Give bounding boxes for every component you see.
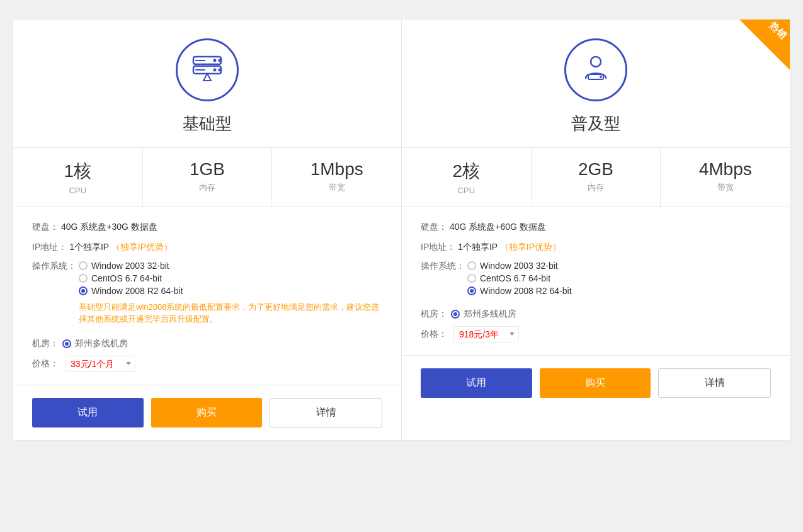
- os-warning-basic: 基础型只能满足win2008系统的最低配置要求，为了更好地满足您的需求，建议您选…: [79, 301, 382, 325]
- spec-cpu-value-popular: 2核: [408, 159, 525, 183]
- spec-cpu-value-basic: 1核: [20, 159, 136, 183]
- ip-row-popular: IP地址： 1个独享IP （独享IP优势）: [421, 240, 771, 254]
- card-header-basic: 基础型: [13, 20, 401, 147]
- specs-row-popular: 2核 CPU 2GB 内存 4Mbps 带宽: [402, 147, 790, 207]
- os-option-label-1-basic: CentOS 6.7 64-bit: [91, 273, 162, 283]
- price-label-basic: 价格：: [32, 358, 59, 370]
- card-header-popular: 普及型: [402, 20, 790, 147]
- ip-label-basic: IP地址：: [32, 242, 67, 252]
- disk-label-basic: 硬盘：: [32, 222, 59, 232]
- radio-1-popular: [467, 274, 476, 283]
- price-label-popular: 价格：: [421, 329, 447, 340]
- svg-point-8: [591, 57, 601, 67]
- radio-1-basic: [79, 274, 88, 283]
- disk-label-popular: 硬盘：: [421, 222, 447, 232]
- price-row-basic: 价格： 33元/1个月 99元/3个月 198元/6个月 396元/1年: [32, 356, 382, 372]
- os-label-basic: 操作系统：: [32, 261, 76, 272]
- dc-value-popular: 郑州多线机房: [464, 308, 516, 320]
- spec-ram-label-popular: 内存: [538, 182, 654, 193]
- os-label-popular: 操作系统：: [421, 261, 465, 272]
- spec-cpu-basic: 1核 CPU: [13, 148, 143, 207]
- os-option-label-2-basic: Window 2008 R2 64-bit: [91, 286, 183, 296]
- spec-bw-value-popular: 4Mbps: [667, 159, 783, 179]
- disk-row-popular: 硬盘： 40G 系统盘+60G 数据盘: [421, 220, 771, 234]
- card-body-basic: 硬盘： 40G 系统盘+30G 数据盘 IP地址： 1个独享IP （独享IP优势…: [13, 220, 401, 385]
- spec-bw-popular: 4Mbps 带宽: [661, 148, 790, 207]
- disk-value-popular: 40G 系统盘+60G 数据盘: [450, 222, 546, 232]
- spec-cpu-label-basic: CPU: [20, 186, 136, 195]
- os-option-label-0-popular: Window 2003 32-bit: [480, 261, 558, 271]
- ip-value-popular: 1个独享IP: [458, 242, 498, 252]
- dc-label-popular: 机房：: [421, 308, 447, 320]
- disk-row-basic: 硬盘： 40G 系统盘+30G 数据盘: [32, 220, 382, 234]
- spec-ram-popular: 2GB 内存: [532, 148, 661, 207]
- os-option-1-popular[interactable]: CentOS 6.7 64-bit: [467, 273, 572, 283]
- ip-link-basic[interactable]: （独享IP优势）: [111, 242, 173, 252]
- radio-2-basic: [79, 286, 88, 295]
- ip-value-basic: 1个独享IP: [69, 242, 109, 252]
- svg-point-5: [214, 68, 217, 71]
- buy-button-basic[interactable]: 购买: [151, 398, 263, 427]
- disk-value-basic: 40G 系统盘+30G 数据盘: [61, 222, 157, 232]
- svg-point-2: [219, 59, 222, 62]
- ip-label-popular: IP地址：: [421, 242, 455, 252]
- cards-container: 基础型 1核 CPU 1GB 内存 1Mbps 带宽 硬盘： 40G 系统盘+3…: [13, 19, 790, 441]
- dc-value-basic: 郑州多线机房: [75, 338, 128, 349]
- card-title-basic: 基础型: [183, 113, 232, 135]
- price-select-popular[interactable]: 918元/3年 33元/1个月 99元/3个月: [453, 326, 519, 342]
- os-option-0-basic[interactable]: Window 2003 32-bit: [79, 261, 382, 271]
- radio-0-basic: [79, 261, 88, 270]
- price-row-popular: 价格： 918元/3年 33元/1个月 99元/3个月: [421, 326, 771, 342]
- radio-2-popular: [467, 286, 476, 295]
- detail-button-basic[interactable]: 详情: [270, 398, 382, 427]
- dc-label-basic: 机房：: [32, 338, 59, 349]
- os-row-basic: 操作系统： Window 2003 32-bit CentOS 6.7 64-b…: [32, 261, 382, 325]
- trial-button-basic[interactable]: 试用: [32, 398, 144, 427]
- icon-basic: [176, 38, 239, 101]
- ip-row-basic: IP地址： 1个独享IP （独享IP优势）: [32, 240, 382, 254]
- os-option-0-popular[interactable]: Window 2003 32-bit: [467, 261, 572, 271]
- icon-popular: [564, 38, 627, 101]
- os-option-2-basic[interactable]: Window 2008 R2 64-bit: [79, 286, 382, 296]
- os-option-1-basic[interactable]: CentOS 6.7 64-bit: [79, 273, 382, 283]
- radio-0-popular: [467, 261, 476, 270]
- spec-bw-label-basic: 带宽: [278, 182, 395, 193]
- dc-radio-basic: [62, 339, 71, 348]
- os-options-popular: Window 2003 32-bit CentOS 6.7 64-bit Win…: [467, 261, 572, 296]
- svg-point-1: [214, 59, 217, 62]
- spec-cpu-label-popular: CPU: [408, 186, 525, 195]
- price-select-basic[interactable]: 33元/1个月 99元/3个月 198元/6个月 396元/1年: [65, 356, 135, 372]
- card-footer-popular: 试用 购买 详情: [402, 355, 790, 410]
- trial-button-popular[interactable]: 试用: [421, 368, 532, 398]
- card-footer-basic: 试用 购买 详情: [13, 385, 401, 440]
- spec-bw-value-basic: 1Mbps: [278, 159, 395, 179]
- os-option-label-2-popular: Window 2008 R2 64-bit: [480, 286, 572, 296]
- buy-button-popular[interactable]: 购买: [540, 368, 651, 398]
- detail-button-popular[interactable]: 详情: [658, 368, 771, 398]
- os-option-label-0-basic: Window 2003 32-bit: [91, 261, 169, 271]
- spec-bw-label-popular: 带宽: [667, 182, 783, 193]
- card-body-popular: 硬盘： 40G 系统盘+60G 数据盘 IP地址： 1个独享IP （独享IP优势…: [402, 220, 790, 355]
- spec-ram-label-basic: 内存: [149, 182, 266, 193]
- svg-point-10: [600, 76, 602, 78]
- spec-cpu-popular: 2核 CPU: [402, 148, 532, 207]
- card-basic: 基础型 1核 CPU 1GB 内存 1Mbps 带宽 硬盘： 40G 系统盘+3…: [13, 19, 402, 441]
- svg-point-6: [219, 68, 222, 71]
- spec-ram-basic: 1GB 内存: [143, 148, 273, 207]
- spec-ram-value-popular: 2GB: [538, 159, 654, 179]
- datacenter-row-basic: 机房： 郑州多线机房: [32, 338, 382, 349]
- datacenter-row-popular: 机房： 郑州多线机房: [421, 308, 771, 320]
- specs-row-basic: 1核 CPU 1GB 内存 1Mbps 带宽: [13, 147, 401, 207]
- os-options-basic: Window 2003 32-bit CentOS 6.7 64-bit Win…: [79, 261, 382, 325]
- spec-bw-basic: 1Mbps 带宽: [272, 148, 401, 207]
- card-title-popular: 普及型: [571, 113, 620, 135]
- os-option-label-1-popular: CentOS 6.7 64-bit: [480, 273, 550, 283]
- card-popular: 热销 普及型 2核 CPU 2GB 内存: [402, 19, 790, 441]
- spec-ram-value-basic: 1GB: [149, 159, 266, 179]
- os-row-popular: 操作系统： Window 2003 32-bit CentOS 6.7 64-b…: [421, 261, 771, 296]
- ip-link-popular[interactable]: （独享IP优势）: [500, 242, 561, 252]
- dc-radio-popular: [451, 310, 460, 319]
- os-option-2-popular[interactable]: Window 2008 R2 64-bit: [467, 286, 572, 296]
